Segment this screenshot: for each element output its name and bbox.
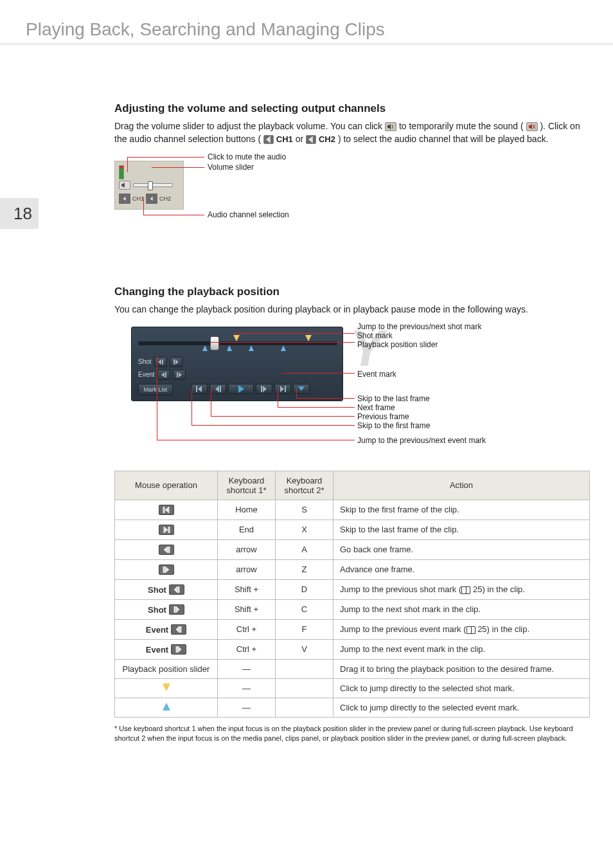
shortcut-table: Mouse operation Keyboard shortcut 1* Key…	[114, 471, 590, 718]
shot-label: Shot	[148, 585, 166, 595]
dropdown-button[interactable]	[293, 384, 310, 394]
playback-panel: Shot Event Mark List	[131, 327, 343, 401]
annot-next-frame: Next frame	[357, 403, 395, 412]
cell-kb2: Z	[276, 559, 333, 579]
event-mark-icon[interactable]	[227, 345, 232, 352]
cell-kb2: V	[276, 639, 333, 659]
ch1-label: CH1	[276, 134, 293, 144]
section-adjust-volume: Adjusting the volume and selecting outpu…	[114, 102, 590, 228]
annot-mute: Click to mute the audio	[208, 152, 286, 161]
callout-line	[191, 425, 355, 426]
callout-line	[278, 388, 278, 408]
cell-op: Playback position slider	[115, 659, 218, 678]
section2-paragraph: You can change the playback position dur…	[114, 303, 590, 316]
annot-event-jump: Jump to the previous/next event mark	[357, 436, 486, 445]
callout-line	[211, 388, 211, 417]
volume-slider[interactable]	[133, 183, 173, 187]
section1-title: Adjusting the volume and selecting outpu…	[114, 102, 590, 115]
volume-thumb[interactable]	[148, 181, 153, 190]
figure-volume-panel: CH1 CH2 Click to mute the audio Volume s…	[114, 150, 590, 228]
cell-action: Jump to the previous shot mark ( 25) in …	[333, 579, 590, 599]
callout-line	[296, 388, 297, 399]
position-slider-area	[138, 335, 337, 352]
cell-kb2: X	[276, 520, 333, 539]
table-row: Shot Shift + D Jump to the previous shot…	[115, 579, 590, 599]
cell-kb1: —	[218, 659, 276, 678]
cell-kb1: arrow	[218, 539, 276, 559]
table-row: — Click to jump directly to the selected…	[115, 698, 590, 717]
table-row: End X Skip to the last frame of the clip…	[115, 520, 590, 539]
skip-last-button[interactable]	[274, 384, 291, 394]
event-mark-icon[interactable]	[202, 345, 208, 352]
cell-action: Jump to the next shot mark in the clip.	[333, 599, 590, 619]
callout-line	[127, 157, 179, 158]
table-row: arrow A Go back one frame.	[115, 539, 590, 559]
cell-action: Go back one frame.	[333, 539, 590, 559]
prev-frame-button[interactable]	[209, 384, 226, 394]
position-thumb[interactable]	[210, 336, 219, 350]
ch2-label: CH2	[319, 134, 335, 144]
cell-kb2: S	[276, 500, 333, 520]
th-kb1: Keyboard shortcut 1*	[218, 471, 276, 500]
cell-kb1: End	[218, 520, 276, 539]
ch2-button[interactable]	[146, 194, 157, 204]
table-row: Event Ctrl + F Jump to the previous even…	[115, 619, 590, 639]
skip-last-icon	[159, 525, 174, 535]
th-kb2: Keyboard shortcut 2*	[276, 471, 333, 500]
annot-channel-select: Audio channel selection	[208, 210, 289, 219]
mute-button[interactable]	[119, 181, 130, 190]
cell-kb2	[276, 659, 333, 678]
table-row: — Click to jump directly to the selected…	[115, 678, 590, 698]
cell-action: Jump to the next event mark in the clip.	[333, 639, 590, 659]
cell-kb2: C	[276, 599, 333, 619]
section2-title: Changing the playback position	[114, 285, 590, 298]
text: ) to select the audio channel that will …	[338, 134, 549, 144]
next-frame-button[interactable]	[256, 384, 272, 394]
shot-prev-button[interactable]	[154, 357, 167, 367]
annot-prev-frame: Previous frame	[357, 412, 409, 421]
callout-line	[152, 167, 204, 168]
shot-mark-triangle-icon	[163, 683, 170, 691]
callout-line	[281, 373, 355, 374]
text: or	[296, 134, 306, 144]
table-row: Playback position slider — Drag it to br…	[115, 659, 590, 678]
annot-event-mark: Event mark	[357, 370, 396, 379]
event-prev-button[interactable]	[157, 370, 170, 380]
ch2-label: CH2	[159, 195, 171, 202]
mark-list-button[interactable]: Mark List	[138, 384, 173, 395]
cell-action: Click to jump directly to the selected s…	[333, 678, 590, 698]
speaker-off-icon	[526, 122, 538, 131]
annot-skip-first: Skip to the first frame	[357, 421, 430, 430]
shot-label: Shot	[148, 605, 166, 615]
skip-first-button[interactable]	[191, 384, 208, 394]
ch1-button[interactable]	[119, 194, 130, 204]
event-mark-icon[interactable]	[281, 345, 286, 352]
annot-pos-slider: Playback position slider	[357, 340, 438, 349]
cell-kb1: Ctrl +	[218, 639, 276, 659]
text: to temporarily mute the sound (	[399, 121, 524, 131]
event-mark-icon[interactable]	[249, 345, 254, 352]
play-button[interactable]	[228, 384, 254, 394]
page-number: 18	[0, 198, 39, 229]
text: Jump to the previous event mark (	[340, 624, 466, 634]
callout-line	[296, 398, 355, 399]
cell-kb1: Home	[218, 500, 276, 520]
callout-line	[143, 197, 144, 215]
callout-line	[127, 157, 128, 172]
th-mouse: Mouse operation	[115, 471, 218, 500]
annot-volume-slider: Volume slider	[208, 163, 254, 172]
cell-kb2: F	[276, 619, 333, 639]
jump-prev-icon	[171, 624, 186, 635]
cell-kb1: Ctrl +	[218, 619, 276, 639]
callout-line	[234, 333, 355, 334]
section1-paragraph: Drag the volume slider to adjust the pla…	[114, 120, 590, 145]
event-next-button[interactable]	[173, 370, 186, 380]
callout-line	[211, 416, 355, 417]
event-label: Event	[138, 371, 155, 378]
channel-select-icon	[263, 135, 274, 144]
table-row: Home S Skip to the first frame of the cl…	[115, 500, 590, 520]
skip-first-icon	[159, 505, 174, 515]
figure-playback-controls: COPY Shot Event	[114, 321, 590, 457]
jump-next-icon	[171, 644, 186, 655]
shot-next-button[interactable]	[170, 357, 182, 367]
